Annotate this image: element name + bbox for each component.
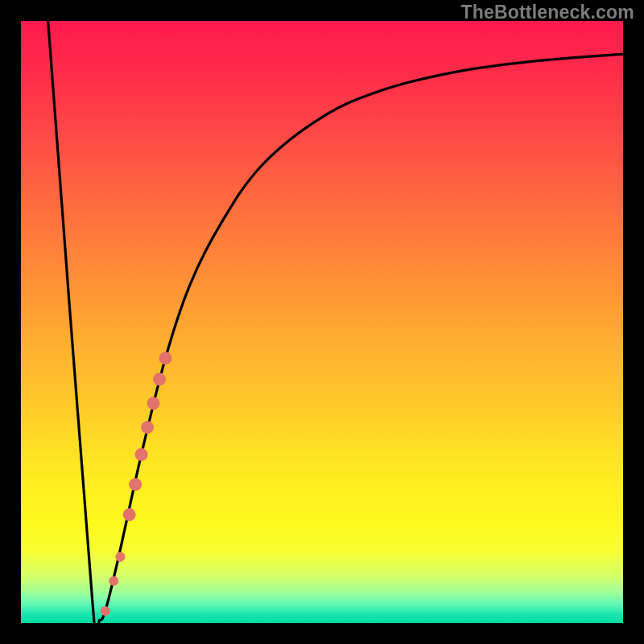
highlight-dot [109,576,118,586]
highlight-dot [159,352,172,365]
highlight-dot [147,397,160,410]
highlight-dot [123,508,136,521]
highlight-dot [153,373,166,386]
watermark-text: TheBottleneck.com [460,2,634,23]
chart-svg [21,21,623,623]
highlight-dot [101,606,110,616]
highlight-dot [115,552,125,562]
chart-plot-area [21,21,623,623]
highlight-dot [129,478,142,491]
highlight-dot [141,421,154,434]
highlight-dots [101,352,172,616]
highlight-dot [135,448,148,461]
chart-frame: TheBottleneck.com [0,0,644,644]
bottleneck-curve [48,21,623,623]
curve-group [48,21,623,623]
